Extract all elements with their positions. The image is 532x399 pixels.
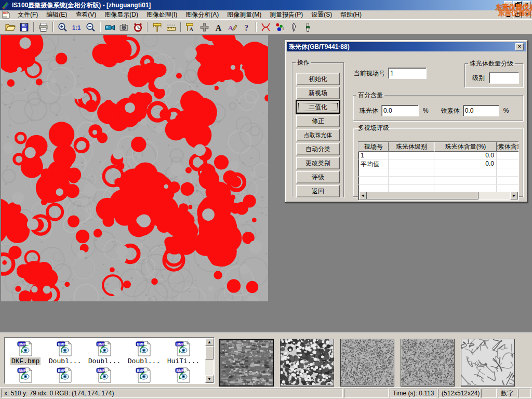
ruler-icon[interactable] [164, 21, 178, 33]
grading-group: 珠光体数量分级 级别 [464, 59, 523, 87]
level-label: 级别 [472, 74, 485, 83]
video-camera-icon[interactable] [103, 21, 117, 33]
file-item-row2-1[interactable]: BMP [6, 365, 45, 383]
file-item-4[interactable]: BMPDoubl... [124, 339, 164, 365]
camera-icon[interactable] [117, 21, 131, 33]
metallographic-image[interactable] [1, 35, 268, 301]
clock-icon[interactable] [131, 21, 145, 33]
menu-item-5[interactable]: 图像处理(I) [142, 10, 181, 20]
table-row-3[interactable] [358, 168, 518, 177]
op-button-8[interactable]: 评级 [296, 171, 340, 183]
thumbnail-3[interactable] [340, 339, 394, 387]
actual-size-icon[interactable]: 1:1 [70, 21, 84, 33]
status-image-size: (512x512x24) [438, 389, 480, 398]
table-header-3[interactable]: 珠光体含量(%) [434, 142, 497, 152]
op-button-5[interactable]: 点取珠光体 [296, 129, 340, 141]
ferrite-percent-input[interactable] [463, 105, 499, 116]
curve-tool-icon[interactable] [259, 21, 273, 33]
thumbnail-1[interactable] [219, 339, 274, 387]
op-button-1[interactable]: 初始化 [296, 73, 340, 85]
table-cell: 平均值 [358, 160, 389, 168]
ferrite-label: 铁素体 [441, 107, 460, 115]
thumbnail-2[interactable] [280, 339, 334, 387]
save-icon[interactable] [17, 21, 31, 33]
file-item-row2-3[interactable]: BMP [85, 365, 124, 383]
annotate-icon[interactable]: A [225, 21, 240, 33]
file-item-row2-2[interactable]: BMP [45, 365, 85, 383]
rating-table[interactable]: 视场号珠光体级别珠光体含量(%)铁素体含量(%) 10.0平均值0.0 ◄ ► [358, 141, 519, 201]
menu-item-2[interactable]: 编辑(E) [42, 10, 71, 20]
op-button-2[interactable]: 新视场 [296, 87, 340, 99]
close-button[interactable]: × [523, 1, 531, 8]
thumbnail-4[interactable] [401, 339, 455, 387]
op-button-9[interactable]: 返回 [296, 185, 340, 197]
op-button-6[interactable]: 自动分类 [296, 143, 340, 155]
minimize-button[interactable] [504, 1, 512, 8]
restore-button[interactable] [513, 1, 522, 8]
file-item-row2-4[interactable]: BMP [124, 365, 164, 383]
file-item-row2-5[interactable]: BMP [164, 365, 203, 383]
child-minimize-button[interactable] [504, 11, 512, 18]
svg-text:BMP: BMP [58, 369, 66, 373]
pen-icon[interactable] [287, 21, 301, 33]
menu-item-4[interactable]: 图像显示(D) [100, 10, 142, 20]
open-folder-icon[interactable] [3, 21, 17, 33]
measure-text-icon[interactable]: A [183, 21, 197, 33]
help-icon[interactable]: ? [240, 21, 254, 33]
child-restore-button[interactable] [513, 11, 522, 18]
file-item-3[interactable]: BMPDoubl... [85, 339, 124, 365]
file-list-scrollbar[interactable]: ▲ ▼ [205, 338, 214, 383]
pearlite-percent-input[interactable] [381, 105, 419, 116]
text-icon[interactable]: A [211, 21, 225, 33]
zoom-out-icon[interactable] [84, 21, 98, 33]
menu-item-7[interactable]: 图像测量(M) [223, 10, 265, 20]
table-cell [389, 160, 434, 168]
document-icon[interactable]: DOC [2, 11, 10, 19]
table-row-4[interactable] [358, 177, 518, 185]
caliper-icon[interactable] [150, 21, 164, 33]
count-points-icon[interactable]: 3 [273, 21, 287, 33]
scroll-right-button[interactable]: ► [510, 192, 518, 200]
file-item-1[interactable]: BMPDKF.bmp [6, 339, 45, 365]
file-scrollbar-thumb[interactable] [205, 346, 214, 360]
level-input[interactable] [489, 72, 519, 84]
percent-sign-2: % [503, 107, 509, 114]
dialog-close-button[interactable]: × [515, 43, 524, 50]
table-horizontal-scrollbar[interactable]: ◄ ► [359, 192, 518, 200]
brush-icon[interactable] [301, 21, 315, 33]
zoom-in-icon[interactable] [56, 21, 70, 33]
menu-item-6[interactable]: 图像分析(A) [181, 10, 223, 20]
scrollbar-thumb[interactable] [367, 192, 478, 200]
file-item-5[interactable]: BMPHuiTi... [164, 339, 203, 365]
status-spacer-2 [481, 389, 497, 398]
dialog-title-bar[interactable]: 珠光体(GB/T9441-88) × [287, 42, 526, 51]
op-button-3[interactable]: 二值化 [296, 101, 340, 113]
op-button-7[interactable]: 更改类别 [296, 157, 340, 169]
current-field-input[interactable] [388, 68, 427, 79]
thumbnail-5[interactable] [461, 339, 515, 387]
scroll-up-button[interactable]: ▲ [205, 338, 214, 346]
menu-item-9[interactable]: 设置(S) [307, 10, 336, 20]
move-cross-icon[interactable] [197, 21, 211, 33]
scroll-down-button[interactable]: ▼ [205, 375, 214, 383]
menu-item-1[interactable]: 文件(F) [14, 10, 42, 20]
table-row-2[interactable]: 平均值0.0 [358, 160, 518, 168]
table-header-2[interactable]: 珠光体级别 [389, 142, 434, 152]
table-header-1[interactable]: 视场号 [358, 142, 389, 152]
menu-item-3[interactable]: 查看(V) [71, 10, 100, 20]
svg-text:BMP: BMP [58, 342, 66, 346]
child-window-controls: × [504, 11, 531, 18]
menu-item-8[interactable]: 测量报告(P) [265, 10, 307, 20]
scroll-left-button[interactable]: ◄ [359, 192, 367, 200]
table-row-1[interactable]: 10.0 [358, 152, 518, 160]
svg-text:BMP: BMP [137, 369, 145, 373]
file-item-2[interactable]: BMPDoubl... [45, 339, 85, 365]
print-icon[interactable] [36, 21, 50, 33]
file-browser[interactable]: BMPDKF.bmpBMPDoubl...BMPDoubl...BMPDoubl… [4, 337, 215, 384]
title-bar: IS100显微摄像系统(金相分析版) - [zhuguangti01] × [0, 0, 532, 10]
grading-group-label: 珠光体数量分级 [468, 59, 515, 68]
table-header-4[interactable]: 铁素体含量(%) [497, 142, 519, 152]
child-close-button[interactable]: × [523, 11, 531, 18]
menu-item-10[interactable]: 帮助(H) [336, 10, 366, 20]
op-button-4[interactable]: 修正 [296, 115, 340, 127]
